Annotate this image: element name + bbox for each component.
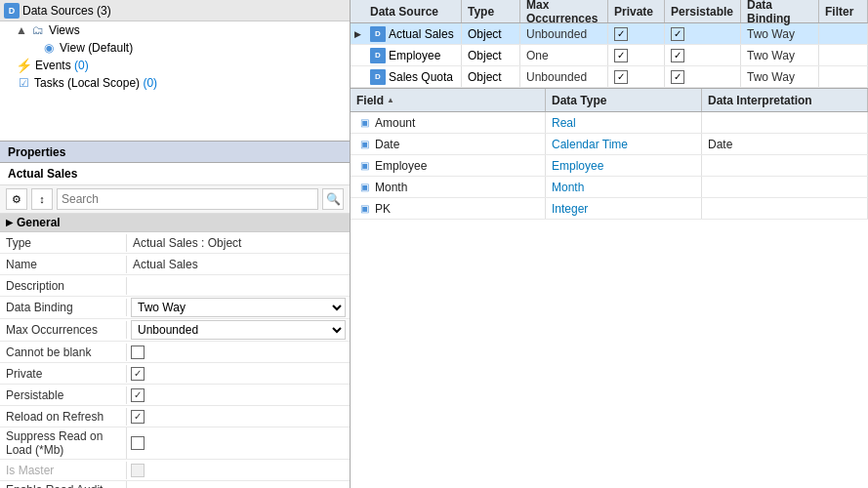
ds-name-actualsales: Actual Sales [389, 27, 454, 41]
field-row-month[interactable]: ▣ Month Month [351, 177, 868, 198]
suppress-checkbox[interactable] [131, 436, 145, 450]
persistable-check-actualsales[interactable] [671, 27, 684, 41]
field-cell-month-type: Month [546, 177, 702, 197]
field-cell-employee-name: ▣ Employee [351, 155, 546, 176]
field-row-pk[interactable]: ▣ PK Integer [351, 198, 868, 220]
prop-row-maxocc: Max Occurrences Unbounded One Many [0, 319, 350, 342]
tree-node-viewdefault[interactable]: ▶ ◉ View (Default) [0, 39, 350, 57]
ds-icon-salesquota: D [370, 69, 386, 85]
private-check-employee[interactable] [614, 49, 628, 62]
field-type-employee: Employee [552, 159, 603, 173]
prop-label-suppress: Suppress Read on Load (*Mb) [0, 427, 127, 459]
general-expand-icon: ▶ [6, 218, 13, 227]
prop-row-suppress: Suppress Read on Load (*Mb) [0, 427, 350, 460]
field-row-amount[interactable]: ▣ Amount Real [351, 112, 868, 134]
prop-value-suppress [127, 435, 350, 451]
prop-value-name[interactable]: Actual Sales [127, 256, 350, 273]
field-cell-date-name: ▣ Date [351, 134, 546, 154]
field-cell-employee-interp [702, 155, 868, 176]
arrow-col-header [351, 0, 364, 22]
prop-label-description: Description [0, 277, 127, 295]
grid-row-salesquota[interactable]: D Sales Quota Object Unbounded Two Way [351, 66, 868, 88]
props-search-input[interactable] [57, 188, 318, 210]
cell-maxocc-salesquota: Unbounded [520, 66, 608, 87]
persistable-check-employee[interactable] [671, 49, 684, 62]
persistable-checkbox[interactable] [131, 388, 145, 402]
fields-body: ▣ Amount Real ▣ Date Calendar Time Da [351, 112, 868, 488]
field-name-pk: PK [375, 202, 391, 216]
field-cell-pk-name: ▣ PK [351, 198, 546, 219]
datasources-icon: D [4, 3, 20, 19]
prop-value-type: Actual Sales : Object [127, 234, 350, 252]
prop-row-audit: Enable Read Audit Trail [0, 481, 350, 488]
prop-row-name: Name Actual Sales [0, 254, 350, 275]
cell-maxocc-employee: One [520, 45, 608, 65]
prop-value-description[interactable] [127, 284, 350, 288]
field-cell-amount-interp [702, 112, 868, 133]
cannotblank-checkbox[interactable] [131, 346, 145, 359]
prop-value-persistable [127, 387, 350, 403]
grid-row-actualsales[interactable]: ▶ D Actual Sales Object Unbounded Two Wa… [351, 23, 868, 45]
props-search-btn[interactable]: 🔍 [322, 188, 344, 210]
col-header-maxocc: Max Occurrences [520, 0, 608, 22]
general-section-header: ▶ General [0, 214, 350, 232]
col-header-private: Private [608, 0, 665, 22]
viewdefault-label: View (Default) [60, 41, 133, 55]
props-btn-2[interactable]: ↕ [31, 188, 53, 210]
persistable-check-salesquota[interactable] [671, 70, 684, 84]
cell-type-employee: Object [462, 45, 520, 65]
prop-row-description: Description [0, 275, 350, 297]
cell-databinding-salesquota: Two Way [741, 66, 819, 87]
cell-persistable-salesquota [665, 66, 741, 87]
maxocc-select[interactable]: Unbounded One Many [131, 320, 346, 340]
field-interp-date: Date [708, 138, 732, 151]
cell-private-employee [608, 45, 665, 65]
cell-name-salesquota: D Sales Quota [364, 66, 462, 87]
sort-icon: ▲ [387, 96, 394, 104]
databinding-select[interactable]: Two Way One Way None [131, 298, 346, 317]
field-cell-amount-name: ▣ Amount [351, 112, 546, 133]
cell-persistable-actualsales [665, 23, 741, 44]
prop-row-reload: Reload on Refresh [0, 406, 350, 427]
left-panel: D Data Sources (3) ▲ 🗂 Views ▶ ◉ View (D… [0, 0, 351, 488]
field-cell-month-interp [702, 177, 868, 197]
cell-filter-employee [819, 45, 868, 65]
field-cell-month-name: ▣ Month [351, 177, 546, 197]
field-cell-pk-interp [702, 198, 868, 219]
props-btn-1[interactable]: ⚙ [6, 188, 27, 210]
private-check-actualsales[interactable] [614, 27, 628, 41]
ismaster-checkbox [131, 464, 145, 477]
prop-value-private [127, 366, 350, 382]
field-row-date[interactable]: ▣ Date Calendar Time Date [351, 134, 868, 155]
private-check-salesquota[interactable] [614, 70, 628, 84]
general-label: General [17, 216, 61, 229]
field-row-employee[interactable]: ▣ Employee Employee [351, 155, 868, 177]
expand-icon: ▲ [16, 23, 27, 37]
reload-checkbox[interactable] [131, 410, 145, 424]
prop-label-audit: Enable Read Audit Trail [0, 481, 127, 488]
tree-header: D Data Sources (3) [0, 0, 350, 21]
cell-persistable-employee [665, 45, 741, 65]
tree-header-label: Data Sources (3) [22, 4, 111, 18]
col-header-filter: Filter [819, 0, 868, 22]
cell-name-actualsales: D Actual Sales [364, 23, 462, 44]
prop-label-maxocc: Max Occurrences [0, 321, 127, 339]
ds-name-employee: Employee [389, 49, 440, 62]
fields-header: Field ▲ Data Type Data Interpretation [351, 89, 868, 112]
private-checkbox[interactable] [131, 367, 145, 381]
prop-label-name: Name [0, 256, 127, 273]
prop-value-ismaster [127, 463, 350, 478]
prop-row-databinding: Data Binding Two Way One Way None [0, 297, 350, 319]
field-name-date: Date [375, 138, 399, 151]
ds-icon-employee: D [370, 48, 386, 63]
field-icon-date: ▣ [356, 137, 372, 152]
tree-node-views[interactable]: ▲ 🗂 Views [0, 21, 350, 39]
grid-row-employee[interactable]: D Employee Object One Two Way [351, 45, 868, 66]
tree-node-tasks[interactable]: ☑ Tasks (Local Scope) (0) [0, 74, 350, 92]
ds-icon-actualsales: D [370, 26, 386, 42]
tree-node-events[interactable]: ⚡ Events (0) [0, 57, 350, 74]
cell-databinding-employee: Two Way [741, 45, 819, 65]
prop-label-type: Type [0, 234, 127, 252]
field-icon-employee: ▣ [356, 158, 372, 174]
field-cell-pk-type: Integer [546, 198, 702, 219]
